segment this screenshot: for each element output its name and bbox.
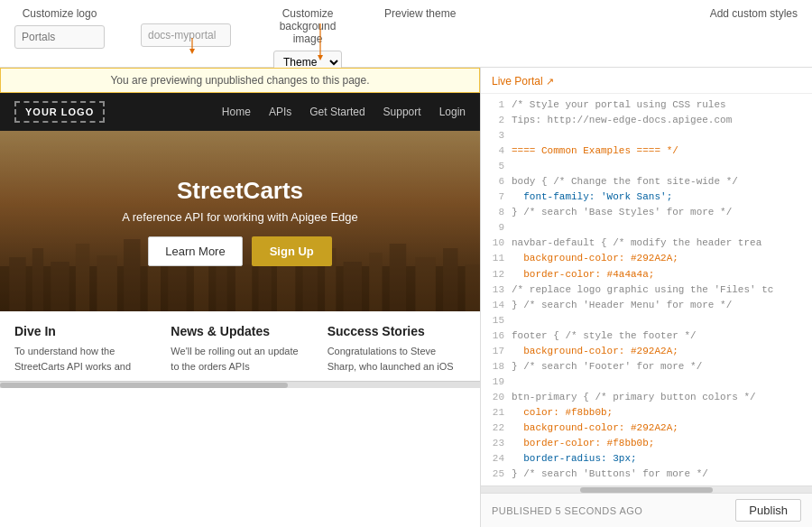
- code-line: 12 border-color: #4a4a4a;: [481, 267, 812, 282]
- line-number: 14: [484, 298, 504, 313]
- line-number: 23: [484, 436, 504, 451]
- svg-rect-5: [9, 257, 25, 311]
- nav-apis[interactable]: APIs: [269, 106, 291, 118]
- add-custom-styles-label: Add custom styles: [710, 7, 798, 20]
- portal-nav: YOUR LOGO Home APIs Get Started Support …: [0, 93, 480, 131]
- hero-buttons: Learn More Sign Up: [122, 236, 358, 266]
- customize-logo-label: Customize logo: [23, 7, 97, 20]
- customize-logo-section: Customize logo: [14, 7, 105, 49]
- code-editor[interactable]: 1/* Style your portal using CSS rules2Ti…: [481, 94, 812, 485]
- line-number: 21: [484, 405, 504, 421]
- code-line: 18} /* search 'Footer' for more */: [481, 359, 812, 374]
- svg-marker-1: [189, 49, 195, 54]
- line-content: Tips: http://new-edge-docs.apigee.com: [512, 113, 732, 128]
- code-pane: Live Portal ↗ 1/* Style your portal usin…: [480, 68, 812, 527]
- preview-theme-label: Preview theme: [384, 7, 456, 20]
- line-content: border-color: #f8bb0b;: [512, 436, 654, 451]
- line-content: background-color: #292A2A;: [512, 251, 678, 266]
- svg-rect-8: [76, 244, 89, 311]
- live-portal-label: Live Portal: [492, 75, 543, 88]
- customize-bg-section: Customize background image Theme Custom: [267, 7, 348, 74]
- code-line: 4==== Common Examples ==== */: [481, 143, 812, 159]
- published-text: PUBLISHED 5 SECONDS AGO: [492, 505, 642, 516]
- nav-home[interactable]: Home: [222, 106, 251, 118]
- svg-rect-22: [390, 244, 406, 311]
- line-number: 24: [484, 451, 504, 467]
- line-number: 17: [484, 344, 504, 359]
- line-number: 7: [484, 190, 504, 205]
- live-portal-link[interactable]: Live Portal ↗: [492, 75, 554, 88]
- sign-up-button[interactable]: Sign Up: [252, 236, 332, 266]
- line-content: background-color: #292A2A;: [512, 421, 678, 436]
- line-content: } /* search 'Footer' for more */: [512, 359, 702, 374]
- line-content: background-color: #292A2A;: [512, 344, 678, 359]
- line-content: body { /* Change the font site-wide */: [512, 174, 738, 190]
- code-line: 3: [481, 128, 812, 143]
- line-content: color: #f8bb0b;: [512, 405, 613, 421]
- code-line: 7 font-family: 'Work Sans';: [481, 190, 812, 205]
- code-line: 8} /* search 'Base Styles' for more */: [481, 205, 812, 220]
- customize-bg-label: Customize background image: [267, 7, 348, 45]
- code-line: 5: [481, 159, 812, 174]
- portals-input[interactable]: [14, 25, 105, 49]
- col2-text: We'll be rolling out an update to the or…: [171, 344, 309, 374]
- col1-title: Dive In: [14, 324, 152, 338]
- line-content: font-family: 'Work Sans';: [512, 190, 672, 205]
- nav-login[interactable]: Login: [439, 106, 466, 118]
- nav-support[interactable]: Support: [383, 106, 421, 118]
- svg-rect-9: [97, 255, 117, 311]
- learn-more-button[interactable]: Learn More: [148, 236, 242, 266]
- preview-pane: You are previewing unpublished changes t…: [0, 68, 480, 527]
- code-line: 20btn-primary { /* primary button colors…: [481, 390, 812, 405]
- preview-scrollbar-thumb: [0, 383, 288, 388]
- line-number: 20: [484, 390, 504, 405]
- preview-banner-text: You are previewing unpublished changes t…: [110, 74, 369, 87]
- portal-preview: YOUR LOGO Home APIs Get Started Support …: [0, 93, 480, 381]
- svg-rect-24: [443, 248, 457, 311]
- code-line: 11 background-color: #292A2A;: [481, 251, 812, 266]
- code-line: 23 border-color: #f8bb0b;: [481, 436, 812, 451]
- line-number: 12: [484, 267, 504, 282]
- svg-rect-25: [466, 264, 480, 311]
- line-content: /* replace logo graphic using the 'Files…: [512, 282, 773, 298]
- preview-banner: You are previewing unpublished changes t…: [0, 68, 480, 93]
- code-line: 25} /* search 'Buttons' for more */: [481, 467, 812, 482]
- docs-input[interactable]: [141, 23, 231, 47]
- line-number: 19: [484, 374, 504, 390]
- code-line: 13/* replace logo graphic using the 'Fil…: [481, 282, 812, 298]
- line-content: /* Style your portal using CSS rules: [512, 97, 726, 113]
- col3-text: Congratulations to Steve Sharp, who laun…: [328, 344, 466, 374]
- line-number: 8: [484, 205, 504, 220]
- code-line: 21 color: #f8bb0b;: [481, 405, 812, 421]
- code-line: 19: [481, 374, 812, 390]
- code-scrollbar[interactable]: [481, 485, 812, 493]
- code-line: 22 background-color: #292A2A;: [481, 421, 812, 436]
- line-content: } /* search 'Header Menu' for more */: [512, 298, 732, 313]
- svg-rect-23: [415, 257, 436, 311]
- code-line: 16footer { /* style the footer */: [481, 328, 812, 344]
- preview-scrollbar[interactable]: [0, 381, 480, 388]
- col3-title: Success Stories: [328, 324, 466, 338]
- svg-rect-13: [194, 259, 208, 311]
- svg-rect-21: [369, 253, 382, 311]
- main-area: You are previewing unpublished changes t…: [0, 68, 812, 527]
- external-link-icon: ↗: [546, 76, 554, 88]
- publish-button[interactable]: Publish: [735, 499, 801, 522]
- svg-rect-15: [235, 264, 252, 311]
- line-number: 5: [484, 159, 504, 174]
- line-content: border-color: #4a4a4a;: [512, 267, 654, 282]
- line-content: } /* search 'Buttons' for more */: [512, 467, 708, 482]
- hero-subtitle: A reference API for working with Apigee …: [122, 210, 358, 224]
- line-number: 25: [484, 467, 504, 482]
- code-line: 17 background-color: #292A2A;: [481, 344, 812, 359]
- line-number: 11: [484, 251, 504, 266]
- code-line: 1/* Style your portal using CSS rules: [481, 97, 812, 113]
- col2-title: News & Updates: [171, 324, 309, 338]
- portal-col-1: Dive In To understand how the StreetCart…: [14, 324, 152, 374]
- code-footer: PUBLISHED 5 SECONDS AGO Publish: [481, 493, 812, 527]
- code-scrollbar-thumb: [580, 487, 713, 493]
- line-number: 6: [484, 174, 504, 190]
- nav-get-started[interactable]: Get Started: [309, 106, 364, 118]
- preview-theme-section: Preview theme: [384, 7, 456, 20]
- add-custom-styles-section: Add custom styles: [710, 7, 798, 20]
